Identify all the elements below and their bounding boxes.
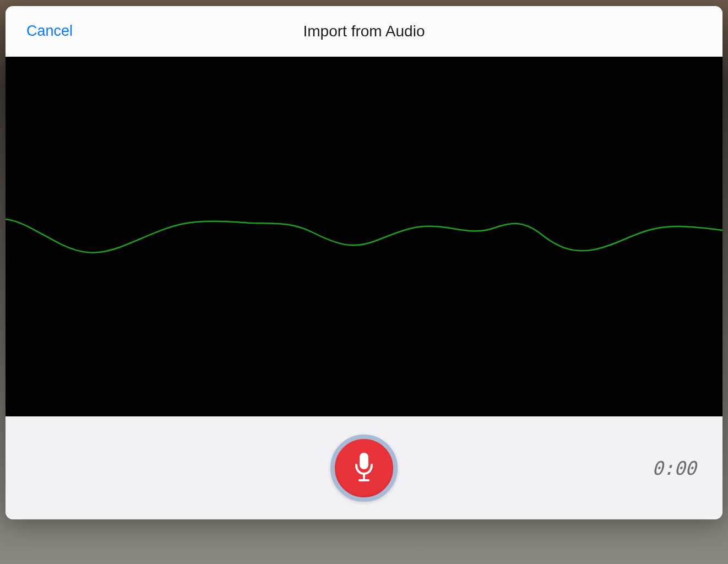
waveform-path	[6, 219, 722, 253]
svg-rect-0	[360, 453, 368, 469]
waveform-svg	[6, 57, 722, 416]
microphone-icon	[352, 452, 376, 484]
modal-title: Import from Audio	[303, 23, 425, 40]
record-button[interactable]	[330, 435, 398, 502]
modal-header: Cancel Import from Audio	[6, 6, 722, 57]
waveform-display	[6, 57, 722, 416]
cancel-button[interactable]: Cancel	[26, 23, 73, 40]
import-audio-modal: Cancel Import from Audio 0:00	[6, 6, 722, 519]
recording-timer: 0:00	[652, 457, 696, 479]
recorder-controls: 0:00	[6, 416, 722, 519]
